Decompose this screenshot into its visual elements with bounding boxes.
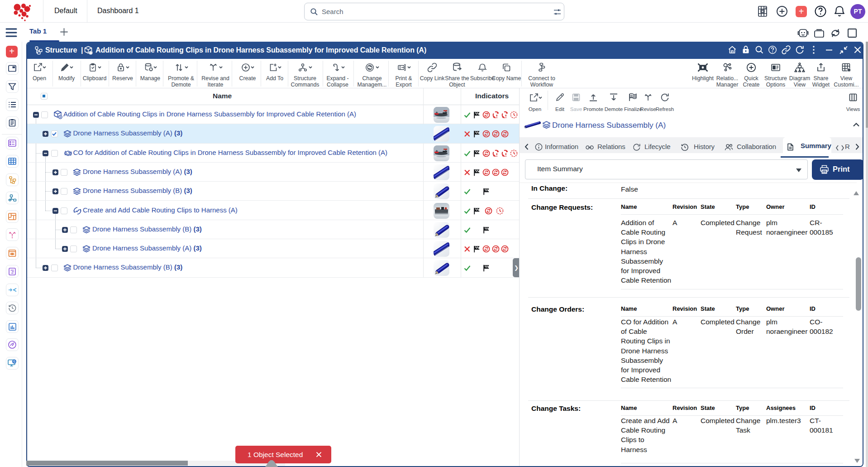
svg-text:⟳: ⟳ xyxy=(90,52,92,54)
